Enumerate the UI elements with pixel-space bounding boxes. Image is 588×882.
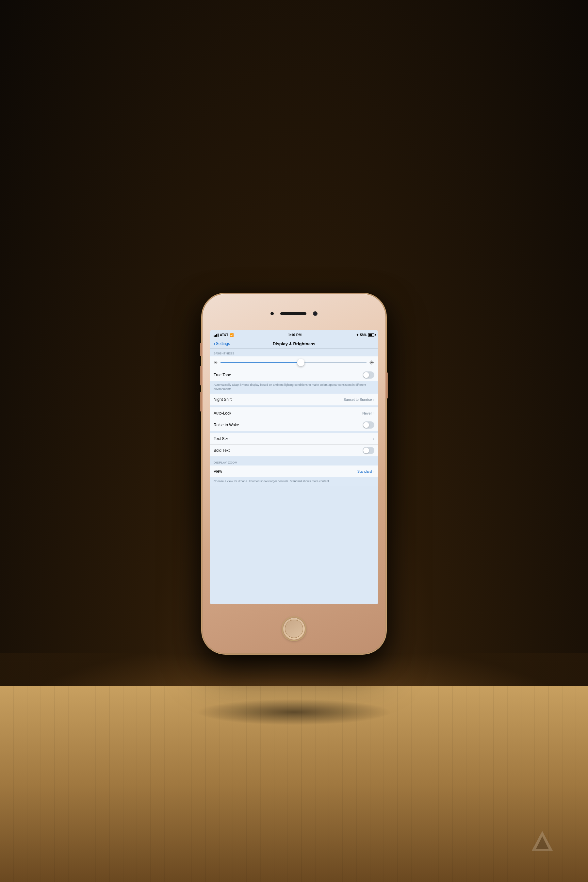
true-tone-thumb xyxy=(363,372,369,378)
true-tone-description: Automatically adapt iPhone display based… xyxy=(210,381,378,394)
volume-down-button[interactable] xyxy=(200,392,202,412)
night-shift-chevron: › xyxy=(373,398,374,402)
power-button[interactable] xyxy=(386,372,388,399)
battery-percent: 58% xyxy=(360,333,366,337)
sensor-dot xyxy=(270,312,274,315)
bold-text-thumb xyxy=(363,447,369,453)
signal-bar-2 xyxy=(215,335,216,337)
phone-shadow xyxy=(196,699,392,725)
brightness-section-header: BRIGHTNESS xyxy=(210,348,378,356)
settings-content: BRIGHTNESS ☀ ☀ True Tone xyxy=(210,348,378,604)
auto-lock-value: Never xyxy=(362,411,372,415)
watermark xyxy=(529,828,555,856)
brightness-slider-track[interactable] xyxy=(220,362,366,363)
iphone-top xyxy=(202,294,386,333)
bold-text-label: Bold Text xyxy=(214,448,230,453)
wifi-icon: 📶 xyxy=(230,333,234,337)
display-zoom-section-header: DISPLAY ZOOM xyxy=(210,458,378,465)
mute-button[interactable] xyxy=(200,343,202,356)
status-right: ✦ 58% xyxy=(356,333,374,337)
back-label: Settings xyxy=(216,341,230,346)
text-size-chevron: › xyxy=(373,437,374,441)
raise-to-wake-label: Raise to Wake xyxy=(214,423,239,427)
night-shift-row[interactable]: Night Shift Sunset to Sunrise › xyxy=(210,394,378,405)
true-tone-label: True Tone xyxy=(214,373,231,377)
text-size-label: Text Size xyxy=(214,436,230,441)
carrier-label: AT&T xyxy=(220,333,228,337)
bold-text-row[interactable]: Bold Text xyxy=(210,445,378,456)
view-label: View xyxy=(214,469,222,474)
front-camera xyxy=(313,311,318,316)
signal-bar-4 xyxy=(218,333,219,337)
screen: AT&T 📶 1:10 PM ✦ 58% ‹ Settings xyxy=(210,330,378,604)
view-description: Choose a view for iPhone. Zoomed shows l… xyxy=(210,477,378,486)
true-tone-toggle[interactable] xyxy=(363,371,374,379)
back-button[interactable]: ‹ Settings xyxy=(214,341,230,346)
chevron-left-icon: ‹ xyxy=(214,341,215,346)
text-size-row[interactable]: Text Size › xyxy=(210,433,378,445)
home-button[interactable] xyxy=(283,617,305,640)
night-shift-value: Sunset to Sunrise xyxy=(344,398,372,402)
bold-text-toggle[interactable] xyxy=(363,447,374,454)
text-group: Text Size › Bold Text xyxy=(210,433,378,456)
page-title: Display & Brightness xyxy=(230,341,358,346)
sun-large-icon: ☀ xyxy=(369,359,374,366)
status-time: 1:10 PM xyxy=(288,333,302,337)
brightness-slider-thumb[interactable] xyxy=(297,359,304,366)
signal-bars xyxy=(214,333,219,337)
brightness-slider-fill xyxy=(220,362,301,363)
top-sensors xyxy=(270,311,318,316)
lock-group: Auto-Lock Never › Raise to Wake xyxy=(210,407,378,431)
text-size-chevron-area: › xyxy=(373,437,374,441)
brightness-slider-row[interactable]: ☀ ☀ xyxy=(210,356,378,369)
view-chevron: › xyxy=(373,470,374,473)
raise-to-wake-toggle[interactable] xyxy=(363,422,374,429)
scene: AT&T 📶 1:10 PM ✦ 58% ‹ Settings xyxy=(202,294,386,653)
raise-to-wake-row[interactable]: Raise to Wake xyxy=(210,419,378,431)
auto-lock-value-area: Never › xyxy=(362,411,374,415)
auto-lock-row[interactable]: Auto-Lock Never › xyxy=(210,407,378,419)
brightness-group: ☀ ☀ True Tone xyxy=(210,356,378,381)
volume-up-button[interactable] xyxy=(200,366,202,386)
status-left: AT&T 📶 xyxy=(214,333,234,337)
iphone-body: AT&T 📶 1:10 PM ✦ 58% ‹ Settings xyxy=(202,294,386,653)
battery-icon xyxy=(368,333,374,337)
sun-small-icon: ☀ xyxy=(214,360,218,365)
signal-bar-1 xyxy=(214,336,214,337)
battery-fill xyxy=(369,334,372,336)
view-value-area: Standard › xyxy=(357,470,374,473)
ear-speaker xyxy=(280,312,306,315)
display-zoom-group: View Standard › xyxy=(210,465,378,477)
night-shift-value-area: Sunset to Sunrise › xyxy=(344,398,374,402)
home-button-inner xyxy=(285,620,303,638)
night-shift-label: Night Shift xyxy=(214,397,232,402)
signal-bar-3 xyxy=(216,334,217,337)
bluetooth-icon: ✦ xyxy=(356,333,358,337)
true-tone-row[interactable]: True Tone xyxy=(210,369,378,381)
view-value: Standard xyxy=(357,470,372,473)
nav-bar: ‹ Settings Display & Brightness xyxy=(210,340,378,348)
auto-lock-chevron: › xyxy=(373,411,374,415)
night-shift-group: Night Shift Sunset to Sunrise › xyxy=(210,394,378,405)
raise-to-wake-thumb xyxy=(363,422,369,428)
view-row[interactable]: View Standard › xyxy=(210,465,378,477)
status-bar: AT&T 📶 1:10 PM ✦ 58% xyxy=(210,330,378,340)
auto-lock-label: Auto-Lock xyxy=(214,411,231,416)
home-button-area xyxy=(202,604,386,653)
